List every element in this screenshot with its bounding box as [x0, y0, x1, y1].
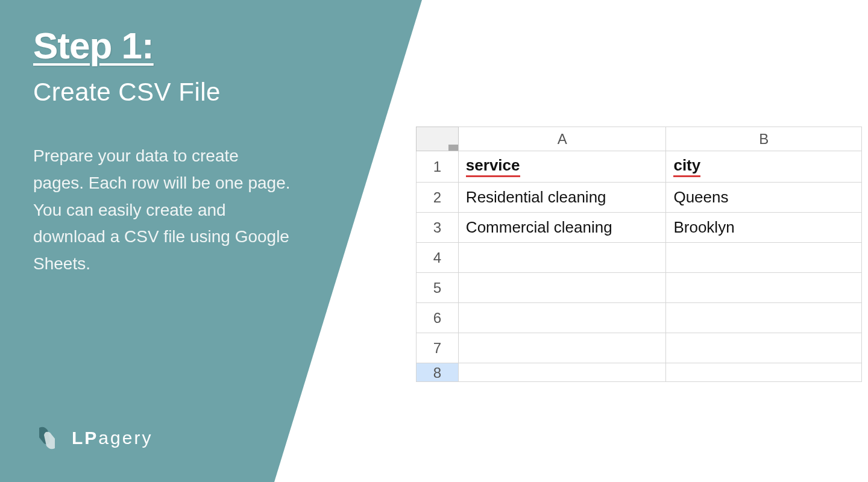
row-header-7[interactable]: 7	[417, 333, 459, 363]
cell-b2[interactable]: Queens	[666, 183, 862, 213]
cell-a5[interactable]	[458, 273, 666, 303]
cell-b7[interactable]	[666, 333, 862, 363]
table-row: 2 Residential cleaning Queens	[417, 183, 862, 213]
row-header-3[interactable]: 3	[417, 213, 459, 243]
cell-a3[interactable]: Commercial cleaning	[458, 213, 666, 243]
row-header-4[interactable]: 4	[417, 243, 459, 273]
column-header-row: A B	[417, 127, 862, 151]
step-heading: Step 1:	[33, 24, 389, 67]
cell-b4[interactable]	[666, 243, 862, 273]
select-all-cell[interactable]	[417, 127, 459, 151]
cell-a6[interactable]	[458, 303, 666, 333]
table-row: 5	[417, 273, 862, 303]
cell-a1[interactable]: service	[458, 151, 666, 183]
cell-a4[interactable]	[458, 243, 666, 273]
row-header-8[interactable]: 8	[417, 363, 459, 382]
row-header-5[interactable]: 5	[417, 273, 459, 303]
cell-a8[interactable]	[458, 363, 666, 382]
step-subtitle: Create CSV File	[33, 78, 389, 107]
column-header-b[interactable]: B	[666, 127, 862, 151]
table-row: 7	[417, 333, 862, 363]
cell-a7[interactable]	[458, 333, 666, 363]
table-row: 4	[417, 243, 862, 273]
table-row: 3 Commercial cleaning Brooklyn	[417, 213, 862, 243]
table-row: 6	[417, 303, 862, 333]
brand-name: LPagery	[72, 428, 153, 448]
brand: LPagery	[33, 424, 153, 452]
cell-b5[interactable]	[666, 273, 862, 303]
table-row: 8	[417, 363, 862, 382]
row-header-2[interactable]: 2	[417, 183, 459, 213]
cell-b6[interactable]	[666, 303, 862, 333]
spreadsheet: A B 1 service city 2 Residential cleanin…	[416, 127, 862, 382]
row-header-1[interactable]: 1	[417, 151, 459, 183]
instruction-panel: Step 1: Create CSV File Prepare your dat…	[0, 0, 422, 482]
cell-b3[interactable]: Brooklyn	[666, 213, 862, 243]
cell-a2[interactable]: Residential cleaning	[458, 183, 666, 213]
brand-logo-icon	[33, 424, 61, 452]
table-row: 1 service city	[417, 151, 862, 183]
row-header-6[interactable]: 6	[417, 303, 459, 333]
column-header-a[interactable]: A	[458, 127, 666, 151]
cell-b8[interactable]	[666, 363, 862, 382]
step-description: Prepare your data to create pages. Each …	[33, 143, 292, 278]
cell-b1[interactable]: city	[666, 151, 862, 183]
